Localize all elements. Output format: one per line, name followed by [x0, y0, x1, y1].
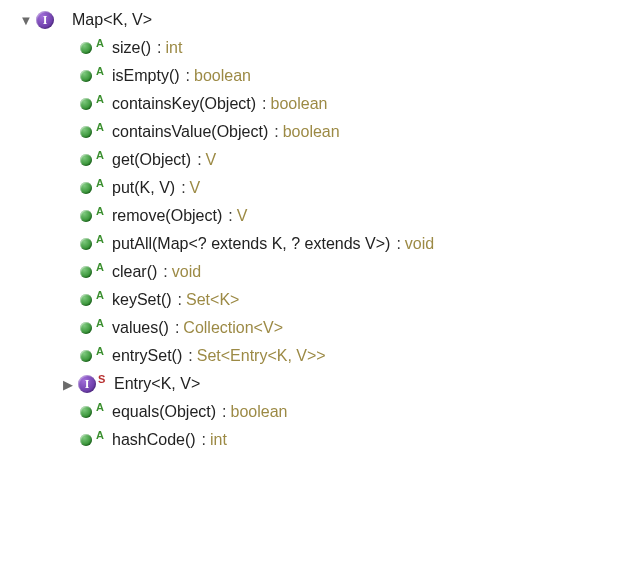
type-separator: : [186, 67, 190, 85]
method-signature: values() [112, 319, 169, 337]
tree-row-method[interactable]: Aput(K, V):V [18, 174, 610, 202]
tree-row-method[interactable]: AisEmpty():boolean [18, 62, 610, 90]
abstract-badge: A [96, 429, 108, 441]
method-icon [80, 98, 92, 110]
expand-toggle[interactable]: ▶ [60, 377, 76, 392]
return-type: boolean [271, 95, 328, 113]
abstract-badge: A [96, 65, 108, 77]
tree-row-method[interactable]: Aremove(Object):V [18, 202, 610, 230]
method-icon [80, 42, 92, 54]
abstract-badge: A [96, 345, 108, 357]
abstract-badge: A [96, 37, 108, 49]
return-type: Collection<V> [183, 319, 283, 337]
method-signature: putAll(Map<? extends K, ? extends V>) [112, 235, 390, 253]
method-icon [80, 126, 92, 138]
abstract-badge: A [96, 149, 108, 161]
tree-row-type[interactable]: ▶SEntry<K, V> [18, 370, 610, 398]
method-signature: entrySet() [112, 347, 182, 365]
tree-row-method[interactable]: Aequals(Object):boolean [18, 398, 610, 426]
method-icon [80, 350, 92, 362]
abstract-badge: A [96, 121, 108, 133]
static-badge: S [98, 373, 110, 385]
type-separator: : [274, 123, 278, 141]
tree-row-method[interactable]: Avalues():Collection<V> [18, 314, 610, 342]
type-separator: : [175, 319, 179, 337]
abstract-badge: A [96, 233, 108, 245]
return-type: Set<K> [186, 291, 239, 309]
method-signature: remove(Object) [112, 207, 222, 225]
method-icon [80, 210, 92, 222]
type-separator: : [228, 207, 232, 225]
method-icon [80, 238, 92, 250]
return-type: boolean [283, 123, 340, 141]
abstract-badge: A [96, 177, 108, 189]
tree-row-method[interactable]: Aclear():void [18, 258, 610, 286]
abstract-badge: A [96, 205, 108, 217]
interface-icon [36, 11, 54, 29]
method-icon [80, 70, 92, 82]
interface-icon [78, 375, 96, 393]
abstract-badge: A [96, 93, 108, 105]
type-separator: : [202, 431, 206, 449]
method-signature: containsValue(Object) [112, 123, 268, 141]
abstract-badge: A [96, 317, 108, 329]
outline-tree: ▼ A Map<K, V> Asize():intAisEmpty():bool… [0, 0, 620, 464]
return-type: int [210, 431, 227, 449]
tree-row-method[interactable]: Asize():int [18, 34, 610, 62]
type-separator: : [178, 291, 182, 309]
method-signature: containsKey(Object) [112, 95, 256, 113]
return-type: V [237, 207, 248, 225]
method-icon [80, 434, 92, 446]
tree-row-method[interactable]: AputAll(Map<? extends K, ? extends V>):v… [18, 230, 610, 258]
return-type: int [166, 39, 183, 57]
type-separator: : [181, 179, 185, 197]
method-icon [80, 294, 92, 306]
method-signature: get(Object) [112, 151, 191, 169]
return-type: V [190, 179, 201, 197]
type-separator: : [163, 263, 167, 281]
type-separator: : [396, 235, 400, 253]
type-separator: : [262, 95, 266, 113]
return-type: boolean [231, 403, 288, 421]
return-type: void [172, 263, 201, 281]
return-type: boolean [194, 67, 251, 85]
method-icon [80, 322, 92, 334]
type-name: Entry<K, V> [114, 375, 200, 393]
tree-row-method[interactable]: AcontainsKey(Object):boolean [18, 90, 610, 118]
return-type: V [206, 151, 217, 169]
method-signature: size() [112, 39, 151, 57]
method-signature: keySet() [112, 291, 172, 309]
method-icon [80, 406, 92, 418]
tree-row-method[interactable]: AentrySet():Set<Entry<K, V>> [18, 342, 610, 370]
tree-row-method[interactable]: Aget(Object):V [18, 146, 610, 174]
abstract-badge: A [96, 401, 108, 413]
type-separator: : [157, 39, 161, 57]
abstract-badge: A [96, 289, 108, 301]
method-signature: hashCode() [112, 431, 196, 449]
tree-row-method[interactable]: AhashCode():int [18, 426, 610, 454]
return-type: void [405, 235, 434, 253]
method-signature: equals(Object) [112, 403, 216, 421]
return-type: Set<Entry<K, V>> [197, 347, 326, 365]
method-signature: isEmpty() [112, 67, 180, 85]
type-separator: : [197, 151, 201, 169]
type-separator: : [188, 347, 192, 365]
method-signature: clear() [112, 263, 157, 281]
method-icon [80, 182, 92, 194]
tree-row-method[interactable]: AkeySet():Set<K> [18, 286, 610, 314]
method-signature: put(K, V) [112, 179, 175, 197]
type-name: Map<K, V> [72, 11, 152, 29]
method-icon [80, 154, 92, 166]
tree-row-root[interactable]: ▼ A Map<K, V> [18, 6, 610, 34]
abstract-badge: A [96, 261, 108, 273]
method-icon [80, 266, 92, 278]
expand-toggle[interactable]: ▼ [18, 13, 34, 28]
tree-row-method[interactable]: AcontainsValue(Object):boolean [18, 118, 610, 146]
type-separator: : [222, 403, 226, 421]
